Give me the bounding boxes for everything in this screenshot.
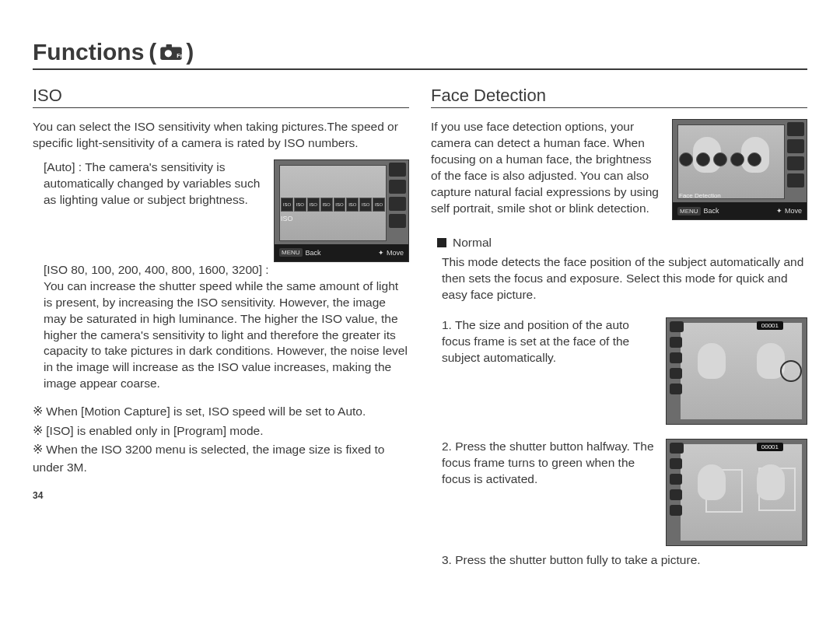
status-icon — [670, 368, 682, 379]
iso-auto-block: [Auto] : The camera's sensitivity is aut… — [44, 159, 409, 262]
shot-counter: 00001 — [757, 443, 783, 451]
iso-current-label: ISO — [281, 215, 293, 222]
paren-close: ) — [186, 39, 194, 65]
iso-chip: ISO — [281, 198, 293, 212]
back-label: Back — [306, 249, 321, 257]
face-intro-row: If you use face detection options, your … — [431, 119, 807, 220]
screenshot-bottom-bar: MENU Back ✦ Move — [673, 202, 807, 219]
faces-illustration — [698, 464, 785, 500]
page-title: Functions — [33, 39, 144, 65]
step-3-text: 3. Press the shutter button fully to tak… — [442, 552, 807, 569]
iso-intro: You can select the ISO sensitivity when … — [33, 119, 409, 152]
iso-range-text: You can increase the shutter speed while… — [44, 278, 409, 392]
paren-open: ( — [149, 39, 156, 65]
sidebar-icon — [389, 163, 406, 177]
face-detection-label: Face Detection — [679, 192, 721, 199]
bullet-square-icon — [437, 238, 446, 247]
iso-range-block: [ISO 80, 100, 200, 400, 800, 1600, 3200]… — [44, 262, 409, 392]
screenshot-sidebar — [389, 163, 406, 241]
note-item: ※ When [Motion Capture] is set, ISO spee… — [33, 403, 409, 420]
photo-area — [681, 444, 802, 541]
status-icon — [670, 384, 682, 394]
back-label: Back — [704, 207, 719, 215]
normal-label: Normal — [453, 236, 492, 250]
status-icon — [670, 505, 682, 516]
status-icon — [670, 474, 682, 485]
menu-badge: MENU — [279, 248, 303, 257]
step-1-screenshot: 00001 — [666, 317, 807, 425]
page-header: Functions ( Fn ) — [33, 39, 807, 70]
svg-point-2 — [165, 50, 172, 57]
iso-menu-screenshot: ISO ISO ISO ISO ISO ISO ISO ISO ISO — [274, 159, 409, 262]
step-1-text: 1. The size and position of the auto foc… — [442, 317, 655, 366]
face-menu-screenshot: Face Detection MENU Back ✦ Move — [672, 119, 807, 220]
step-1-row: 1. The size and position of the auto foc… — [442, 317, 807, 425]
menu-badge: MENU — [677, 207, 701, 215]
camera-mode-icon — [670, 443, 684, 454]
iso-chip: ISO — [373, 198, 385, 212]
face-mode-icon — [747, 152, 761, 166]
dpad-icon: ✦ — [776, 207, 782, 215]
svg-text:Fn: Fn — [177, 52, 184, 59]
sidebar-icon — [389, 197, 406, 211]
iso-auto-text-wrap: [Auto] : The camera's sensitivity is aut… — [44, 159, 266, 208]
iso-value-strip: ISO ISO ISO ISO ISO ISO ISO ISO — [281, 198, 385, 212]
status-icon — [670, 337, 682, 348]
status-icon — [670, 489, 682, 500]
screenshot-bottom-bar: MENU Back ✦ Move — [275, 244, 408, 261]
normal-text: This mode detects the face position of t… — [442, 254, 807, 303]
iso-heading: ISO — [33, 86, 409, 108]
sidebar-icon — [787, 173, 804, 187]
face-mode-icon — [696, 152, 710, 166]
two-column-layout: ISO You can select the ISO sensitivity w… — [33, 86, 807, 576]
face-intro: If you use face detection options, your … — [431, 119, 663, 217]
page-number: 34 — [33, 490, 409, 501]
move-label: Move — [785, 207, 802, 215]
faces-illustration — [698, 343, 785, 379]
iso-auto-label: [Auto] : — [44, 160, 82, 173]
face-mode-icon — [679, 152, 693, 166]
sidebar-icon — [389, 214, 406, 228]
sidebar-icon — [787, 122, 804, 136]
iso-section: ISO You can select the ISO sensitivity w… — [33, 86, 409, 576]
face-shape — [757, 464, 785, 500]
focus-ring-icon — [780, 360, 802, 382]
shot-counter: 00001 — [757, 321, 783, 330]
face-mode-icon — [730, 152, 744, 166]
note-item: ※ When the ISO 3200 menu is selected, th… — [33, 441, 409, 476]
sidebar-icon — [787, 156, 804, 170]
manual-page: Functions ( Fn ) ISO You can select the … — [0, 0, 840, 592]
left-icon-column — [670, 458, 682, 516]
iso-text: ISO — [281, 215, 293, 222]
face-mode-strip — [679, 152, 783, 165]
step-2-screenshot: 00001 — [666, 439, 807, 546]
iso-range-label: [ISO 80, 100, 200, 400, 800, 1600, 3200]… — [44, 262, 409, 278]
svg-rect-1 — [166, 44, 172, 48]
move-label: Move — [387, 249, 404, 257]
sidebar-icon — [787, 139, 804, 153]
iso-chip: ISO — [307, 198, 320, 212]
iso-chip: ISO — [294, 198, 306, 212]
status-icon — [670, 458, 682, 469]
screenshot-sidebar — [787, 122, 804, 199]
iso-notes: ※ When [Motion Capture] is set, ISO spee… — [33, 403, 409, 476]
dpad-icon: ✦ — [378, 249, 383, 257]
face-shape — [698, 343, 726, 379]
iso-chip: ISO — [320, 198, 333, 212]
iso-chip: ISO — [346, 198, 359, 212]
note-item: ※ [ISO] is enabled only in [Program] mod… — [33, 422, 409, 440]
step-2-text: 2. Press the shutter button halfway. The… — [442, 439, 655, 488]
camera-fn-icon: Fn — [159, 44, 183, 61]
iso-chip: ISO — [334, 198, 346, 212]
status-icon — [670, 352, 682, 363]
left-icon-column — [670, 337, 682, 394]
face-mode-icon — [713, 152, 727, 166]
face-heading: Face Detection — [431, 86, 807, 108]
iso-chip: ISO — [359, 198, 372, 212]
camera-mode-icon — [670, 321, 684, 332]
normal-mode-heading: Normal — [437, 236, 807, 250]
title-icon-group: ( Fn ) — [149, 39, 194, 65]
sidebar-icon — [389, 180, 406, 194]
face-shape — [698, 464, 726, 500]
face-detection-section: Face Detection If you use face detection… — [431, 86, 807, 576]
